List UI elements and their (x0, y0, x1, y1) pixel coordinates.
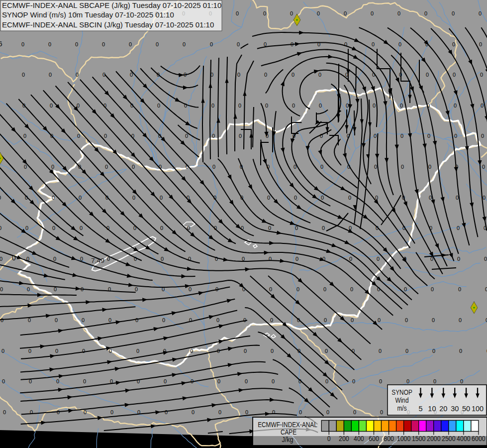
svg-text:0: 0 (484, 225, 487, 231)
svg-text:2000: 2000 (427, 435, 441, 443)
svg-text:0: 0 (399, 72, 402, 78)
svg-text:0: 0 (105, 164, 108, 170)
svg-text:1000: 1000 (397, 435, 411, 443)
svg-text:0: 0 (103, 103, 106, 109)
svg-text:0: 0 (56, 378, 59, 384)
svg-text:0: 0 (264, 72, 267, 78)
svg-text:0: 0 (267, 164, 270, 170)
svg-text:0: 0 (432, 348, 435, 354)
svg-text:0: 0 (160, 225, 163, 231)
svg-text:0: 0 (237, 41, 240, 47)
svg-text:0: 0 (459, 317, 462, 323)
svg-text:0: 0 (110, 378, 113, 384)
svg-text:0: 0 (102, 41, 105, 47)
svg-text:0: 0 (344, 41, 347, 47)
svg-text:0: 0 (28, 348, 31, 354)
svg-text:0: 0 (239, 133, 242, 139)
svg-text:0: 0 (137, 378, 140, 384)
svg-text:0: 0 (454, 103, 457, 109)
svg-text:0: 0 (372, 41, 375, 47)
svg-text:0: 0 (212, 164, 215, 170)
svg-text:0: 0 (268, 225, 271, 231)
svg-text:0: 0 (2, 378, 5, 384)
svg-text:0: 0 (319, 103, 322, 109)
svg-text:0: 0 (245, 378, 248, 384)
svg-text:m/s: m/s (397, 404, 406, 412)
svg-text:0: 0 (129, 41, 132, 47)
svg-text:0: 0 (401, 164, 404, 170)
svg-text:0: 0 (84, 409, 87, 415)
svg-text:0: 0 (57, 409, 60, 415)
svg-text:0: 0 (109, 348, 112, 354)
svg-text:0: 0 (217, 348, 220, 354)
svg-text:100: 100 (472, 405, 484, 413)
svg-text:0: 0 (294, 195, 297, 201)
svg-text:0: 0 (345, 72, 348, 78)
svg-text:0: 0 (188, 256, 191, 262)
svg-text:0: 0 (352, 378, 355, 384)
svg-text:0: 0 (290, 10, 293, 16)
svg-text:0: 0 (347, 133, 350, 139)
svg-text:0: 0 (245, 409, 248, 415)
svg-text:SYNOP: SYNOP (391, 388, 412, 396)
svg-text:0: 0 (190, 348, 193, 354)
svg-text:0: 0 (130, 103, 133, 109)
svg-text:0: 0 (292, 72, 294, 78)
svg-text:0: 0 (404, 286, 407, 292)
svg-text:0: 0 (0, 317, 3, 323)
svg-text:0: 0 (183, 41, 186, 47)
svg-text:0: 0 (403, 256, 406, 262)
svg-text:0: 0 (157, 103, 160, 109)
svg-text:0: 0 (482, 164, 485, 170)
svg-text:0: 0 (485, 286, 487, 292)
svg-text:0: 0 (424, 10, 427, 16)
svg-text:0: 0 (480, 72, 483, 78)
svg-text:0: 0 (162, 286, 165, 292)
svg-text:0: 0 (77, 103, 80, 109)
svg-text:0: 0 (77, 133, 80, 139)
svg-text:0: 0 (405, 317, 408, 323)
svg-text:6000: 6000 (472, 435, 486, 443)
svg-text:0: 0 (326, 409, 329, 415)
svg-text:0: 0 (272, 378, 275, 384)
svg-text:0: 0 (210, 41, 213, 47)
svg-text:0: 0 (379, 348, 382, 354)
svg-text:0: 0 (30, 409, 33, 415)
svg-text:0: 0 (241, 225, 244, 231)
svg-text:0: 0 (373, 103, 376, 109)
svg-text:0: 0 (29, 378, 32, 384)
svg-text:0: 0 (216, 317, 219, 323)
svg-text:0: 0 (102, 72, 105, 78)
svg-text:0: 0 (215, 286, 218, 292)
svg-text:0: 0 (347, 164, 350, 170)
svg-text:0: 0 (374, 164, 377, 170)
svg-text:0: 0 (400, 103, 403, 109)
svg-text:0: 0 (426, 72, 429, 78)
svg-text:0: 0 (266, 133, 269, 139)
svg-text:0: 0 (406, 378, 409, 384)
svg-text:0: 0 (456, 195, 459, 201)
svg-text:0: 0 (53, 256, 56, 262)
svg-text:0: 0 (483, 195, 486, 201)
svg-text:0: 0 (317, 41, 320, 47)
svg-text:0: 0 (267, 195, 270, 201)
svg-text:0: 0 (187, 225, 190, 231)
svg-text:0: 0 (0, 195, 1, 201)
svg-text:0: 0 (269, 286, 272, 292)
svg-text:0: 0 (191, 378, 194, 384)
svg-text:0: 0 (215, 256, 218, 262)
svg-text:10: 10 (428, 405, 436, 413)
svg-text:0: 0 (132, 195, 135, 201)
svg-text:0: 0 (107, 256, 110, 262)
svg-text:0: 0 (400, 133, 403, 139)
svg-text:0: 0 (375, 195, 378, 201)
svg-text:0: 0 (481, 133, 484, 139)
svg-text:0: 0 (372, 72, 375, 78)
svg-text:0: 0 (25, 225, 28, 231)
svg-text:0: 0 (457, 256, 460, 262)
svg-text:1500: 1500 (412, 435, 426, 443)
svg-text:0: 0 (136, 348, 139, 354)
svg-text:0: 0 (0, 256, 2, 262)
svg-text:0: 0 (454, 133, 457, 139)
svg-text:0: 0 (240, 164, 243, 170)
